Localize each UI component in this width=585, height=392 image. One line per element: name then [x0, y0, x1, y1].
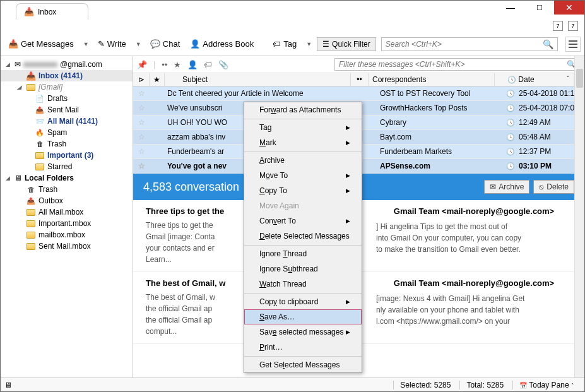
context-menu-item[interactable]: Watch Thread	[244, 276, 362, 292]
get-messages-dropdown[interactable]: ▼	[80, 41, 92, 47]
star-icon[interactable]: ☆	[133, 131, 150, 143]
context-menu-item: Move Again	[244, 198, 362, 213]
status-activity-icon[interactable]: 🖥	[4, 381, 15, 389]
tag-filter-icon[interactable]: 🏷	[204, 60, 212, 69]
local-folders-row[interactable]: ◢ 🖥 Local Folders	[1, 172, 133, 184]
write-button[interactable]: ✎ Write	[94, 37, 130, 51]
delete-button[interactable]: ⦸Delete	[533, 180, 574, 194]
star-icon[interactable]: ☆	[133, 160, 150, 172]
message-filter[interactable]: 🔍	[334, 58, 581, 71]
sidebar-item[interactable]: mailbox.mbox	[1, 229, 133, 241]
submenu-arrow-icon: ▶	[346, 172, 350, 179]
archive-button[interactable]: ✉Archive	[484, 180, 529, 194]
sidebar-item[interactable]: All Mail.mbox	[1, 206, 133, 218]
status-bar: 🖥 Selected: 5285 Total: 5285 📅 Today Pan…	[1, 377, 584, 391]
filter-input[interactable]	[339, 60, 567, 69]
tag-button[interactable]: 🏷 Tag	[269, 37, 300, 51]
address-book-button[interactable]: 👤 Address Book	[186, 37, 257, 51]
star-icon[interactable]: ☆	[133, 146, 150, 157]
calendar-icon-1[interactable]: 7	[553, 21, 563, 31]
context-menu-item[interactable]: Move To▶	[244, 168, 362, 183]
twisty-icon[interactable]: ◢	[6, 61, 12, 68]
sidebar-item[interactable]: 📄Drafts	[1, 93, 133, 104]
date-col[interactable]: 🕓 Date ˄	[495, 73, 574, 86]
pin-icon[interactable]: 📌	[137, 60, 147, 69]
sidebar-item[interactable]: Important (3)	[1, 150, 133, 161]
archive-icon: ✉	[490, 182, 496, 191]
context-menu-item[interactable]: Archive	[244, 151, 362, 168]
folder-icon	[26, 83, 36, 92]
sidebar-item[interactable]: Starred	[1, 161, 133, 172]
folder-icon: 🗑	[35, 140, 45, 148]
context-menu-item[interactable]: Delete Selected Messages	[244, 229, 362, 244]
attachment-filter-icon[interactable]: 📎	[218, 60, 228, 69]
sidebar-item[interactable]: 📤Outbox	[1, 195, 133, 206]
calendar-icon-2[interactable]: 7	[568, 21, 578, 31]
sidebar-item[interactable]: Important.mbox	[1, 218, 133, 229]
context-menu-item[interactable]: Copy To▶	[244, 183, 362, 198]
clock-icon: 🕓	[507, 76, 516, 83]
context-menu-item[interactable]: Save selected messages▶	[244, 324, 362, 340]
twisty-icon[interactable]: ◢	[6, 175, 12, 181]
sidebar-item[interactable]: ◢[Gmail]	[1, 81, 133, 93]
context-menu-item[interactable]: Save As…	[244, 309, 362, 324]
context-menu-item[interactable]: Convert To▶	[244, 213, 362, 229]
today-pane-button[interactable]: 📅 Today Pane ˄	[512, 381, 581, 389]
context-menu-item[interactable]: Tag▶	[244, 119, 362, 135]
sidebar-item[interactable]: 🗑Trash	[1, 138, 133, 150]
folder-icon	[26, 208, 36, 217]
context-menu-item[interactable]: Forward as Attachments	[244, 102, 362, 117]
tab-label: Inbox	[38, 8, 56, 16]
global-search[interactable]: 🔍	[381, 37, 558, 51]
tag-icon: 🏷	[273, 39, 281, 49]
search-icon[interactable]: 🔍	[543, 39, 553, 49]
context-menu-item[interactable]: Get Selected Messages	[244, 356, 362, 372]
star-col[interactable]: ★	[150, 73, 165, 86]
context-menu-item[interactable]: Ignore Thread	[244, 245, 362, 261]
clock-icon: 🕓	[506, 119, 515, 126]
scrollbar[interactable]	[574, 56, 584, 384]
sidebar-item[interactable]: 🗑Trash	[1, 184, 133, 195]
folder-icon	[26, 230, 36, 239]
write-dropdown[interactable]: ▼	[133, 41, 144, 47]
thread-col[interactable]: ⊳	[133, 73, 150, 86]
subject-col[interactable]: Subject	[165, 73, 351, 86]
chat-icon: 💬	[150, 39, 160, 49]
maximize-button[interactable]: ☐	[525, 1, 554, 15]
unread-filter-icon[interactable]: ••	[162, 60, 167, 69]
sidebar-item[interactable]: 📥Inbox (4141)	[1, 70, 133, 81]
minimize-button[interactable]: —	[496, 1, 525, 15]
context-menu-item[interactable]: Ignore Subthread	[244, 261, 362, 276]
quick-filter-button[interactable]: ☰ Quick Filter	[317, 37, 376, 51]
tab-inbox[interactable]: 📥 Inbox	[16, 3, 88, 20]
app-menu-button[interactable]	[565, 37, 581, 52]
sidebar-item[interactable]: 📨All Mail (4141)	[1, 116, 133, 127]
sidebar-item[interactable]: 📤Sent Mail	[1, 104, 133, 116]
submenu-arrow-icon: ▶	[346, 124, 350, 131]
context-menu-item[interactable]: Print…	[244, 340, 362, 355]
account-blur: xxxxxxxxx	[23, 60, 57, 69]
search-input[interactable]	[386, 40, 543, 49]
star-icon[interactable]: ☆	[133, 102, 150, 114]
star-icon[interactable]: ☆	[133, 88, 150, 99]
read-col[interactable]: ••	[351, 73, 369, 86]
star-icon[interactable]: ☆	[133, 117, 150, 128]
context-menu-item[interactable]: Copy to clipboard▶	[244, 293, 362, 309]
folder-icon	[26, 219, 36, 228]
sidebar-item[interactable]: Sent Mail.mbox	[1, 241, 133, 252]
close-button[interactable]: ✕	[554, 1, 584, 15]
scrollbar-thumb[interactable]	[576, 69, 583, 88]
chat-button[interactable]: 💬 Chat	[146, 37, 184, 51]
message-row[interactable]: ☆Dc Tent cheered your Article in Welcome…	[133, 86, 584, 101]
star-filter-icon[interactable]: ★	[174, 60, 181, 69]
get-messages-button[interactable]: 📥 Get Messages	[4, 37, 78, 51]
tag-dropdown[interactable]: ▼	[303, 41, 314, 47]
quick-filter-bar: 📌 | •• ★ 👤 🏷 📎 🔍	[133, 56, 584, 73]
correspondents-col[interactable]: Correspondents	[369, 73, 495, 86]
sidebar-item[interactable]: 🔥Spam	[1, 127, 133, 138]
person-icon: 👤	[190, 39, 200, 49]
contact-filter-icon[interactable]: 👤	[187, 60, 198, 69]
clock-icon: 🕓	[506, 104, 515, 112]
account-row[interactable]: ◢ ✉ xxxxxxxxx@gmail.com	[1, 59, 133, 70]
context-menu-item[interactable]: Mark▶	[244, 135, 362, 150]
